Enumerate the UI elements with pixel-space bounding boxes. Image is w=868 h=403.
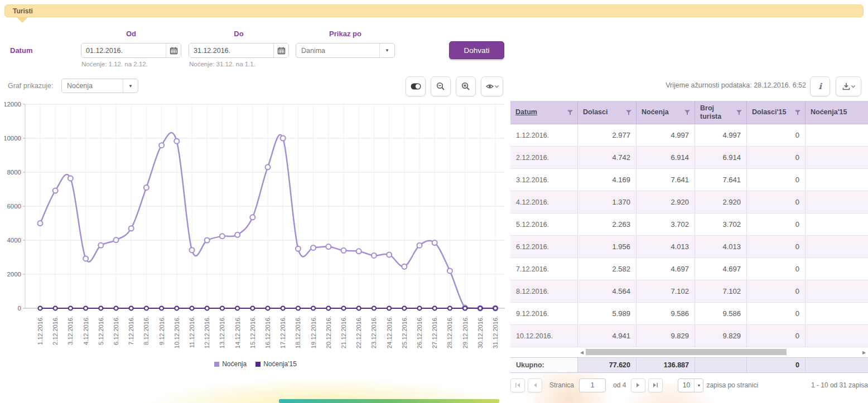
chart-point[interactable] — [144, 307, 148, 310]
chart-point[interactable] — [402, 307, 406, 310]
chart-point[interactable] — [114, 237, 119, 242]
chart-point[interactable] — [342, 307, 346, 310]
chart-point[interactable] — [175, 307, 179, 310]
chart-point[interactable] — [341, 248, 346, 253]
table-row[interactable]: 4.12.2016.1.3702.9202.9200 — [510, 191, 868, 213]
table-row[interactable]: 5.12.2016.2.2633.7023.7020 — [510, 213, 868, 236]
chart-point[interactable] — [174, 139, 179, 144]
chart-point[interactable] — [402, 264, 407, 269]
chart-point[interactable] — [129, 307, 133, 310]
chart-point[interactable] — [84, 307, 88, 310]
table-row[interactable]: 9.12.2016.5.9899.5869.5860 — [510, 303, 868, 325]
legend-item[interactable]: Noćenja'15 — [255, 360, 297, 368]
chart-point[interactable] — [463, 307, 467, 310]
chart-point[interactable] — [326, 307, 330, 310]
prev-page-button[interactable] — [528, 378, 542, 392]
chart-point[interactable] — [129, 226, 134, 231]
chart-point[interactable] — [357, 307, 361, 310]
chart-point[interactable] — [447, 268, 452, 273]
chart-point[interactable] — [418, 307, 422, 310]
chart-point[interactable] — [190, 307, 194, 310]
table-row[interactable]: 8.12.2016.4.5647.1027.1020 — [510, 280, 868, 303]
chart-point[interactable] — [54, 307, 57, 310]
funnel-icon[interactable] — [684, 110, 690, 115]
funnel-icon[interactable] — [736, 110, 742, 115]
chart-point[interactable] — [494, 307, 498, 310]
chart-point[interactable] — [387, 252, 392, 257]
chart-point[interactable] — [235, 232, 240, 237]
funnel-icon[interactable] — [626, 110, 631, 115]
chart-point[interactable] — [266, 307, 270, 310]
chart-zoom-in-button[interactable] — [456, 76, 476, 96]
chart-visibility-button[interactable] — [481, 76, 503, 96]
chart-point[interactable] — [266, 164, 271, 169]
table-row[interactable]: 2.12.2016.4.7426.9146.9140 — [510, 147, 868, 169]
chart-point[interactable] — [190, 247, 195, 253]
column-header-no-enja-15[interactable]: Noćenja'15 — [806, 101, 868, 124]
chart-point[interactable] — [205, 307, 209, 310]
date-to-calendar-button[interactable] — [273, 43, 288, 57]
chart-point[interactable] — [356, 249, 361, 254]
chart-point[interactable] — [432, 240, 437, 245]
chart-point[interactable] — [296, 307, 300, 310]
chart-zoom-out-button[interactable] — [431, 76, 451, 96]
chart-point[interactable] — [281, 307, 285, 310]
funnel-icon[interactable] — [567, 110, 573, 115]
chart-point[interactable] — [38, 221, 43, 226]
chart-point[interactable] — [38, 307, 42, 310]
chart-point[interactable] — [144, 185, 149, 190]
column-header-dolasci-15[interactable]: Dolasci'15 — [747, 101, 806, 124]
chart-point[interactable] — [220, 307, 224, 310]
chart-point[interactable] — [159, 143, 164, 148]
page-input[interactable] — [579, 378, 606, 392]
chart-point[interactable] — [281, 136, 286, 141]
chart-point[interactable] — [53, 188, 58, 193]
table-row[interactable]: 3.12.2016.4.1697.6417.6410 — [510, 169, 868, 191]
horizontal-scrollbar[interactable]: ◀ ▶ — [578, 348, 868, 356]
table-row[interactable]: 7.12.2016.2.5824.6974.6970 — [510, 258, 868, 280]
chart-point[interactable] — [114, 307, 118, 310]
download-button[interactable] — [836, 76, 861, 96]
date-from-input[interactable] — [81, 43, 166, 57]
chart-point[interactable] — [83, 256, 88, 261]
chart-point[interactable] — [311, 245, 316, 250]
chart-point[interactable] — [478, 307, 482, 310]
chart-point[interactable] — [250, 307, 254, 310]
next-page-button[interactable] — [631, 378, 645, 392]
chart-point[interactable] — [235, 307, 239, 310]
chart-point[interactable] — [326, 244, 331, 249]
scrollbar-thumb[interactable] — [586, 349, 787, 355]
column-header-no-enja[interactable]: Noćenja — [636, 101, 695, 124]
funnel-icon[interactable] — [795, 110, 801, 115]
graf-prikazuje-select[interactable]: Noćenja ▼ — [61, 79, 138, 93]
table-row[interactable]: 6.12.2016.1.9564.0134.0130 — [510, 236, 868, 258]
chart-point[interactable] — [98, 243, 103, 248]
column-header-datum[interactable]: Datum — [510, 101, 578, 124]
date-from-calendar-button[interactable] — [166, 43, 181, 57]
chart-point[interactable] — [296, 246, 301, 251]
date-to-input[interactable] — [189, 43, 273, 57]
chart-point[interactable] — [160, 307, 163, 310]
table-row[interactable]: 10.12.2016.4.9419.8299.8290 — [510, 325, 868, 347]
chart-point[interactable] — [417, 243, 422, 248]
scroll-left-icon[interactable]: ◀ — [579, 349, 585, 355]
column-header-dolasci[interactable]: Dolasci — [578, 101, 636, 124]
chart-point[interactable] — [250, 215, 255, 220]
chart-point[interactable] — [220, 234, 225, 239]
first-page-button[interactable] — [510, 378, 525, 392]
prikaz-po-select[interactable]: Danima ▼ — [296, 43, 395, 58]
chart-point[interactable] — [311, 307, 315, 310]
scroll-right-icon[interactable]: ▶ — [861, 349, 867, 355]
dohvati-button[interactable]: Dohvati — [449, 41, 504, 59]
chart-toggle-button[interactable] — [406, 76, 426, 96]
column-header-broj-turista[interactable]: Broj turista — [695, 101, 747, 124]
chart-point[interactable] — [69, 307, 73, 310]
chart-point[interactable] — [433, 307, 437, 310]
legend-item[interactable]: Noćenja — [214, 360, 247, 368]
last-page-button[interactable] — [648, 378, 663, 392]
info-button[interactable]: i — [810, 76, 830, 96]
chart-point[interactable] — [372, 307, 376, 310]
table-row[interactable]: 1.12.2016.2.9774.9974.9970 — [510, 124, 868, 147]
chart-point[interactable] — [99, 307, 103, 310]
chart-point[interactable] — [205, 238, 210, 243]
